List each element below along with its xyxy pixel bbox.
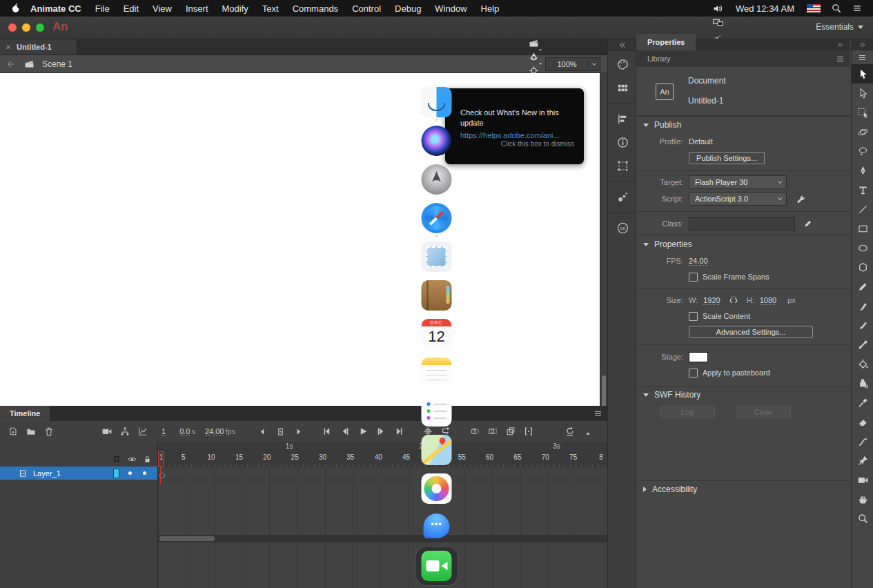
ink-bottle-tool[interactable] <box>852 373 873 393</box>
pin-tool[interactable] <box>852 451 873 470</box>
eyedropper-tool[interactable] <box>852 393 873 412</box>
messages[interactable] <box>420 508 453 547</box>
apply-to-pasteboard-checkbox[interactable] <box>689 369 698 378</box>
document-tab[interactable]: ✕ Untitled-1 <box>0 39 77 55</box>
pen-tool[interactable] <box>852 161 873 180</box>
window-close-button[interactable] <box>8 23 17 32</box>
step-back-marker-button[interactable] <box>253 424 271 439</box>
zoom-tool[interactable] <box>852 509 873 528</box>
playhead[interactable] <box>158 451 164 467</box>
paint-brush-tool[interactable] <box>852 296 873 315</box>
layer-outline-color-swatch[interactable] <box>113 469 119 478</box>
menubar-item-control[interactable]: Control <box>345 3 388 14</box>
menubar-item-view[interactable]: View <box>146 3 179 14</box>
stage-zoom-select[interactable]: 100% <box>545 57 600 71</box>
scale-frame-spans-checkbox[interactable] <box>689 273 698 282</box>
3d-rotation-tool[interactable] <box>852 122 873 141</box>
volume-menu-icon[interactable] <box>709 1 727 15</box>
edit-class-pencil-icon[interactable] <box>801 217 816 230</box>
panel-menu-icon[interactable] <box>588 406 607 421</box>
motion-presets-panel-button[interactable] <box>608 182 637 207</box>
onion-skin-button[interactable] <box>466 424 484 439</box>
swf-history-header[interactable]: SWF History <box>636 386 850 403</box>
swf-clear-button[interactable]: Clear <box>736 406 791 418</box>
reminders[interactable] <box>420 392 453 431</box>
advanced-settings-button[interactable]: Advanced Settings... <box>689 326 813 338</box>
new-layer-button[interactable] <box>4 424 22 439</box>
zoom-out-frames-button[interactable] <box>579 424 597 439</box>
brush-tool[interactable] <box>852 315 873 335</box>
layer-lock-dot[interactable] <box>143 471 146 475</box>
document-name[interactable]: Untitled-1 <box>688 96 723 106</box>
script-settings-wrench-icon[interactable] <box>792 193 807 205</box>
back-arrow-icon[interactable] <box>0 59 21 70</box>
publish-section-header[interactable]: Publish <box>636 117 850 133</box>
go-to-last-frame-button[interactable] <box>390 424 408 439</box>
whats-new-tooltip[interactable]: Check out What's New in this update http… <box>445 88 584 164</box>
visibility-column-icon[interactable] <box>126 451 138 467</box>
outline-column-icon[interactable] <box>110 451 123 467</box>
notification-center-icon[interactable] <box>848 1 866 15</box>
width-value[interactable]: 1920 <box>703 296 720 305</box>
oval-tool[interactable] <box>852 238 873 257</box>
color-panel-button[interactable] <box>608 54 637 75</box>
menubar-item-window[interactable]: Window <box>428 3 473 14</box>
apple-menu-icon[interactable] <box>8 3 23 14</box>
lock-column-icon[interactable] <box>141 451 153 467</box>
subselection-tool[interactable] <box>852 84 873 103</box>
properties-section-header[interactable]: Properties <box>636 236 850 253</box>
add-camera-button[interactable] <box>98 424 116 439</box>
step-forward-marker-button[interactable] <box>289 424 307 439</box>
step-forward-button[interactable] <box>372 424 390 439</box>
calendar[interactable] <box>420 315 453 353</box>
polystar-tool[interactable] <box>852 257 873 277</box>
layer-frames-row[interactable] <box>158 467 607 480</box>
facetime[interactable] <box>420 547 453 585</box>
delete-layer-button[interactable] <box>40 424 58 439</box>
show-parenting-view-button[interactable] <box>116 424 134 439</box>
layer-row[interactable]: Layer_1 <box>0 467 157 480</box>
menubar-item-insert[interactable]: Insert <box>179 3 215 14</box>
maps[interactable] <box>420 431 453 469</box>
width-tool[interactable] <box>852 431 873 451</box>
cc-libraries-panel-button[interactable] <box>608 213 637 238</box>
layer-visible-dot[interactable] <box>128 471 132 475</box>
menu-bar-clock[interactable]: Wed 12:34 AM <box>730 3 800 14</box>
align-panel-button[interactable] <box>608 104 637 129</box>
menubar-item-help[interactable]: Help <box>474 3 507 14</box>
stage-vertical-scrollbar[interactable] <box>600 73 607 415</box>
panel-menu-icon[interactable] <box>852 50 873 64</box>
step-back-button[interactable] <box>336 424 354 439</box>
stage-color-swatch[interactable] <box>689 352 708 362</box>
transform-panel-button[interactable] <box>608 155 637 176</box>
whats-new-link[interactable]: https://helpx.adobe.com/ani... <box>460 131 576 139</box>
hand-tool[interactable] <box>852 489 873 509</box>
camera-tool[interactable] <box>852 470 873 489</box>
menubar-item-debug[interactable]: Debug <box>388 3 428 14</box>
scrollbar-thumb[interactable] <box>159 536 215 541</box>
notes[interactable] <box>420 353 453 392</box>
panel-menu-icon[interactable] <box>830 50 850 67</box>
swf-log-button[interactable]: Log <box>660 406 715 418</box>
modify-markers-button[interactable] <box>520 424 538 439</box>
layer-name[interactable]: Layer_1 <box>33 469 61 478</box>
selection-tool[interactable] <box>852 64 873 84</box>
link-dimensions-icon[interactable] <box>726 294 741 306</box>
rectangle-tool[interactable] <box>852 219 873 238</box>
frame-marker-button[interactable] <box>271 424 289 439</box>
siri[interactable] <box>420 121 453 160</box>
info-panel-button[interactable] <box>608 132 637 153</box>
new-folder-button[interactable] <box>22 424 40 439</box>
news[interactable] <box>420 585 453 588</box>
finder[interactable] <box>420 83 453 121</box>
edit-multiple-frames-button[interactable] <box>502 424 520 439</box>
publish-settings-button[interactable]: Publish Settings... <box>689 152 765 164</box>
mail[interactable] <box>420 237 453 276</box>
onion-skin-outlines-button[interactable] <box>484 424 502 439</box>
frame-rate-value[interactable]: 24.00 <box>205 427 224 436</box>
lasso-tool[interactable] <box>852 141 873 161</box>
scrollbar-thumb[interactable] <box>602 375 606 407</box>
menubar-item-modify[interactable]: Modify <box>215 3 255 14</box>
bone-tool[interactable] <box>852 335 873 354</box>
displays-menu-icon[interactable] <box>709 15 727 29</box>
